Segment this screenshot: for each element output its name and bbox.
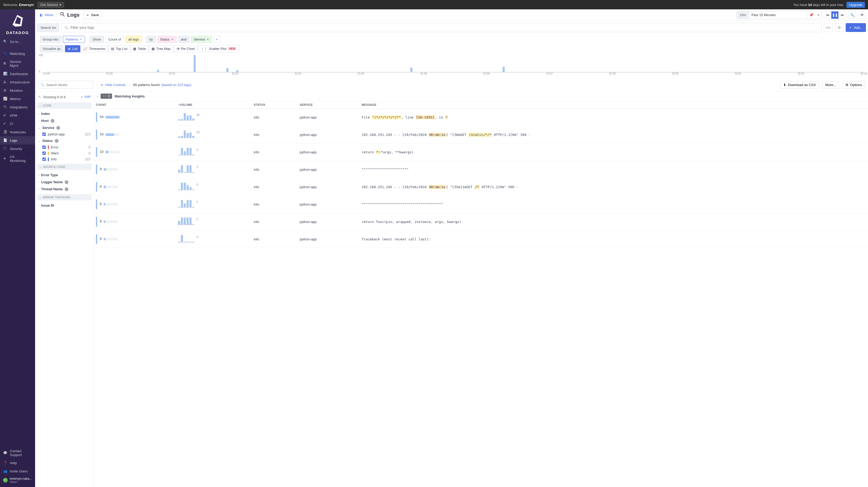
facet-search-input[interactable] <box>46 83 91 87</box>
chevron-right-icon[interactable]: › <box>97 94 98 98</box>
nav-item-ci[interactable]: ✔CI› <box>0 120 35 128</box>
facet-checkbox[interactable] <box>42 157 46 161</box>
nav-bottom-invite-users[interactable]: 👥Invite Users <box>0 467 35 476</box>
step-forward-button[interactable]: ⏭ <box>839 11 846 19</box>
facet-value[interactable]: Warn0 <box>37 150 91 156</box>
nav-item-notebooks[interactable]: 📓Notebooks› <box>0 128 35 136</box>
pattern-row[interactable]: 93infopython-app^^^^^^^^^^^^^^^^^^^^^^^ <box>94 161 868 178</box>
col-status[interactable]: STATUS <box>252 101 298 109</box>
col-count[interactable]: COUNT <box>94 101 176 109</box>
watchdog-insights[interactable]: › 👓 0 Watchdog Insights <box>94 91 868 101</box>
pause-button[interactable]: ❚❚ <box>831 11 839 19</box>
col-service[interactable]: SERVICE <box>298 101 360 109</box>
nav-item-watchdog[interactable]: 🐾Watchdog› <box>0 50 35 58</box>
copy-button[interactable]: ⧉ <box>835 23 844 32</box>
facet-value[interactable]: Info223 <box>37 156 91 162</box>
search-input[interactable] <box>70 26 819 30</box>
viz-timeseries[interactable]: 📈Timeseries <box>80 45 108 52</box>
count-of-chip[interactable]: Count of <box>105 36 124 43</box>
open-search-button[interactable]: 🔍 <box>848 11 856 19</box>
step-back-button[interactable]: ⏮ <box>824 11 831 19</box>
nav-item-metrics[interactable]: 📈Metrics› <box>0 95 35 103</box>
viz-top-list[interactable]: ▤Top List <box>108 45 130 52</box>
facet-value[interactable]: python-app223 <box>37 131 91 137</box>
pattern-row[interactable]: 3320infopython-app192.168.251.245 - - [2… <box>94 126 868 144</box>
facet-error-type[interactable]: ›Error Type <box>37 172 91 179</box>
code-mode-button[interactable]: </> <box>824 23 833 32</box>
download-csv-button[interactable]: ⬇ Download as CSV <box>780 81 818 89</box>
chart-bar[interactable] <box>410 67 412 72</box>
upgrade-button[interactable]: Upgrade <box>846 2 865 8</box>
by-service-chip[interactable]: Service ✕ <box>191 36 212 43</box>
chart-bar[interactable] <box>194 55 196 72</box>
facet-thread-name[interactable]: ›Thread Name✓ <box>37 186 91 192</box>
facet-logger-name[interactable]: ›Logger Name✓ <box>37 179 91 186</box>
caret-down-icon[interactable]: ▾ <box>815 13 822 17</box>
pattern-row[interactable]: 62infopython-app^^^^^^^^^^^^^^^^^^^^^^^^… <box>94 196 868 213</box>
nav-item-security[interactable]: 🛡Security› <box>0 145 35 153</box>
facet-service[interactable]: ⌄Service✓ <box>37 124 91 131</box>
nav-item-monitors[interactable]: 🖥Monitors› <box>0 86 35 95</box>
chart-bar[interactable] <box>503 67 505 72</box>
viz-scatter-plot[interactable]: ⋮⋮Scatter PlotNEW <box>198 45 240 52</box>
pattern-row[interactable]: 5430infopython-appFile "/*/*/*/*/*/*", l… <box>94 109 868 126</box>
close-icon[interactable]: ✕ <box>207 38 209 41</box>
col-volume[interactable]: ~VOLUME <box>176 101 252 109</box>
facet-search[interactable]: 🔍 <box>38 81 93 89</box>
facet-group-error-tracking[interactable]: ⌄ERROR TRACKING <box>37 194 91 201</box>
by-status-chip[interactable]: Status ✕ <box>157 36 177 43</box>
nav-item-apm[interactable]: ⇄APM› <box>0 111 35 120</box>
search-input-wrap[interactable]: 🔍 <box>61 23 822 32</box>
facet-checkbox[interactable] <box>42 132 46 136</box>
facet-value[interactable]: Error0 <box>37 144 91 150</box>
nav-item-service-mgmt[interactable]: 🛠Service Mgmt› <box>0 58 35 70</box>
hide-controls-button[interactable]: ⇤ Hide Controls <box>101 83 126 87</box>
nav-item-ux-monitoring[interactable]: 👁UX Monitoring› <box>0 153 35 165</box>
patterns-chip[interactable]: Patterns ✕ <box>63 36 85 43</box>
options-button[interactable]: ⚙ Options <box>842 81 865 89</box>
close-icon[interactable]: ✕ <box>80 38 82 41</box>
nav-item-integrations[interactable]: 🔌Integrations› <box>0 103 35 111</box>
chart-bar[interactable] <box>226 68 228 72</box>
all-logs-chip[interactable]: all logs <box>126 36 142 43</box>
save-button[interactable]: ＋ Save <box>83 11 102 19</box>
nav-goto[interactable]: 🔍 Go to... <box>0 37 35 46</box>
logo[interactable]: DATADOG <box>0 9 35 37</box>
pattern-row[interactable]: 104infopython-appreturn *(*args, **kwarg… <box>94 144 868 161</box>
nav-item-infrastructure[interactable]: 🖧Infrastructure› <box>0 78 35 86</box>
more-button[interactable]: More... <box>823 81 839 89</box>
facet-index[interactable]: ›Index <box>37 110 91 117</box>
pattern-row[interactable]: 64infopython-appTraceback (most recent c… <box>94 231 868 248</box>
facet-host[interactable]: ›Host✓ <box>37 117 91 124</box>
viz-table[interactable]: ▦Table <box>130 45 149 52</box>
based-on-link[interactable]: (based on 223 logs) <box>161 83 191 87</box>
close-icon[interactable]: ✕ <box>171 38 174 41</box>
time-range[interactable]: 15m Past 15 Minutes 📌 ▾ <box>737 11 822 19</box>
refresh-button[interactable]: ⟳ <box>858 11 866 19</box>
add-group-button[interactable]: ＋ <box>213 35 221 43</box>
viz-pie-chart[interactable]: ◔Pie Chart <box>174 45 198 52</box>
col-message[interactable]: MESSAGE <box>360 101 868 109</box>
nav-bottom-contact-support[interactable]: 💬Contact Support <box>0 447 35 459</box>
nav-user[interactable]: emersyn.naka... Nakari <box>0 476 35 485</box>
viz-tree-map[interactable]: ▦Tree Map <box>149 45 173 52</box>
pencil-icon[interactable]: ✎ <box>38 95 41 99</box>
nav-item-logs[interactable]: 📄Logs› <box>0 136 35 145</box>
viz-list[interactable]: ≣List <box>65 45 80 52</box>
facet-status[interactable]: ⌄Status✓ <box>37 137 91 144</box>
views-button[interactable]: ◧ Views <box>37 9 56 21</box>
facet-issue-id[interactable]: ›Issue ID <box>37 202 91 209</box>
nav-bottom-help[interactable]: ❓Help <box>0 459 35 467</box>
pattern-row[interactable]: 83infopython-app192.168.251.245 - - [29/… <box>94 178 868 196</box>
pattern-row[interactable]: 62infopython-appreturn func(pin, wrapped… <box>94 213 868 231</box>
facet-checkbox[interactable] <box>42 146 46 149</box>
pin-icon[interactable]: 📌 <box>807 11 815 19</box>
facets-add-button[interactable]: ＋ Add <box>80 95 90 99</box>
facet-group-core[interactable]: ⌄CORE <box>37 102 91 109</box>
facet-group-source-code[interactable]: ⌄SOURCE CODE <box>37 164 91 170</box>
add-button[interactable]: ＋ Add... <box>846 23 866 32</box>
nav-item-dashboards[interactable]: 📊Dashboards› <box>0 70 35 78</box>
chart-bar[interactable] <box>157 70 159 72</box>
facet-checkbox[interactable] <box>42 152 46 155</box>
chart-bar[interactable] <box>236 70 238 72</box>
